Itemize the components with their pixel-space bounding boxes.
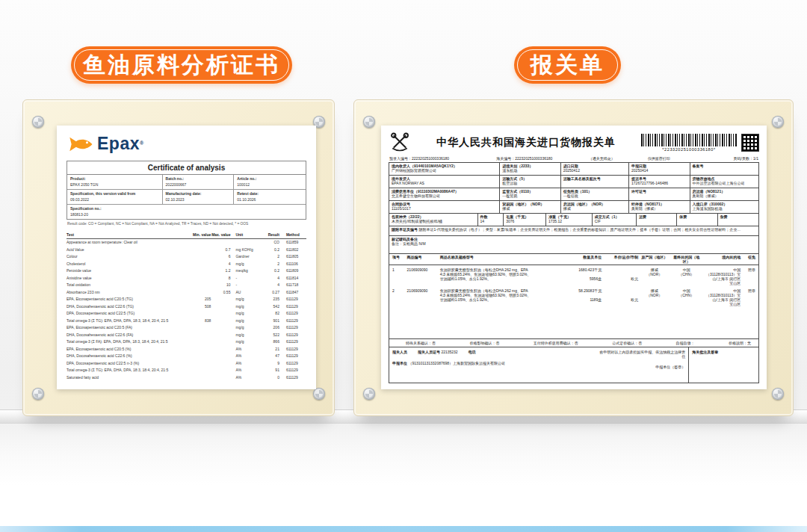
table-cell: Peroxide value bbox=[67, 267, 191, 275]
field-freight: 运费 bbox=[637, 214, 677, 226]
field-entry-port: 入境口岸（310002）上海浦东国际机场 bbox=[690, 201, 758, 214]
table-cell: 611814 bbox=[279, 275, 306, 282]
col-max: Max. value bbox=[211, 231, 230, 239]
table-cell: Total omega-3 (Σ TG): EPA, DHA, DPA, 18:… bbox=[67, 318, 191, 325]
table-cell bbox=[211, 338, 230, 346]
table-cell: 611129 bbox=[279, 324, 306, 332]
table-cell: 4 bbox=[211, 261, 230, 268]
table-cell: 8 bbox=[211, 275, 230, 282]
screw-icon bbox=[772, 388, 784, 400]
table-cell: 611129 bbox=[279, 332, 306, 339]
table-cell: Appearance at room temperature: Clear oi… bbox=[67, 239, 191, 247]
table-cell bbox=[191, 310, 211, 318]
field-declare-date: 申报日期20250414 bbox=[629, 163, 690, 176]
table-cell: mg/g bbox=[230, 318, 259, 325]
table-cell: 611129 bbox=[279, 346, 306, 353]
table-row: Total omega-3 (Σ TG): EPA, DHA, DPA, 18:… bbox=[67, 318, 306, 325]
goods-item-row: 2 2106909090 鱼油软胶囊无糖型鱼肝油（每粒含DHA 262 mg、E… bbox=[389, 288, 758, 307]
field-net-weight: 净重（千克）1735.12 bbox=[546, 214, 593, 226]
table-row: DHA, Docosahexaenoic acid C22:6 (TG)508m… bbox=[67, 303, 306, 311]
table-cell: 611809 bbox=[279, 267, 306, 275]
table-cell bbox=[191, 324, 211, 332]
table-cell bbox=[211, 296, 230, 303]
table-cell bbox=[191, 289, 211, 297]
table-cell: 9 bbox=[260, 360, 279, 368]
table-cell bbox=[211, 303, 230, 311]
declaration-statement: 兹申明对以上内容承担如实申报、依法纳税之法律责任 申报单位（签章） bbox=[596, 347, 689, 383]
table-cell: 866 bbox=[260, 338, 279, 346]
field-departure-port: 启运港（NO8121）奥斯陆（挪威） bbox=[690, 188, 758, 201]
bottom-blue-strip bbox=[0, 526, 807, 532]
table-cell: 0.2 bbox=[260, 247, 279, 254]
info-cell-batch: Batch no.: 2022000667 bbox=[163, 175, 235, 190]
table-cell: mg/g bbox=[230, 310, 259, 318]
table-row: DPA, Docosapentaenoic acid C22:5 n-3 (%)… bbox=[67, 360, 306, 368]
table-cell bbox=[191, 346, 211, 353]
table-cell: Total omega-3 (Σ TG): EPA, DHA, DPA, 18:… bbox=[67, 367, 191, 374]
field-trade-country: 贸易国（地区）（NOR）挪威 bbox=[500, 201, 561, 214]
table-cell: 611802 bbox=[279, 247, 306, 254]
table-cell: mg/g bbox=[230, 296, 259, 303]
table-cell bbox=[191, 247, 211, 254]
table-cell: mg/g bbox=[230, 338, 259, 346]
table-cell bbox=[191, 267, 211, 275]
table-header-row: Test Min. value Max. value Unit Result M… bbox=[67, 231, 306, 239]
barcode bbox=[641, 134, 737, 146]
table-cell: CO bbox=[260, 239, 279, 247]
screw-icon bbox=[363, 116, 375, 128]
table-cell: 21 bbox=[260, 346, 279, 353]
paperless-note: （通关无纸化） bbox=[589, 156, 648, 161]
table-cell: 508 bbox=[191, 303, 211, 311]
badge-customs-declaration: 报关单 bbox=[514, 46, 621, 84]
customs-number: 海关编号：222320251000336180 bbox=[496, 156, 589, 161]
screw-icon bbox=[313, 388, 325, 400]
field-entry-customs: 进境关别（2233）浦东机场 bbox=[500, 163, 561, 176]
table-cell bbox=[191, 239, 211, 247]
table-cell: 611129 bbox=[279, 374, 306, 382]
table-row: Total omega-3 (Σ TG): EPA, DHA, DPA, 18:… bbox=[67, 367, 306, 374]
table-cell: Saturated fatty acid bbox=[67, 374, 191, 382]
table-cell: 82 bbox=[260, 310, 279, 318]
table-cell: AU bbox=[230, 289, 259, 297]
goods-header-row: 项号 商品编号 商品名称及规格型号 数量及单位 单价/总价/币制 原产国（地区）… bbox=[389, 254, 758, 265]
table-cell: mg/g bbox=[230, 303, 259, 311]
field-misc-fees: 杂费 bbox=[718, 214, 758, 226]
field-marks-remarks: 标记唛码及备注备注：安检商品 N/M bbox=[389, 236, 758, 254]
table-cell: 611129 bbox=[279, 310, 306, 318]
field-trade-mode: 监管方式（0110）一般贸易 bbox=[500, 188, 561, 201]
badge-fish-oil-certificate: 鱼油原料分析证书 bbox=[71, 46, 292, 84]
table-cell: 0 bbox=[260, 374, 279, 382]
table-cell: 0.55 bbox=[211, 289, 230, 297]
field-departure-country: 启运国（地区）（NOR）挪威 bbox=[561, 201, 629, 214]
table-cell: 611847 bbox=[279, 289, 306, 297]
table-cell: 1.2 bbox=[211, 267, 230, 275]
table-row: EPA, Eicosapentaenoic acid C20:5 (FA)mg/… bbox=[67, 324, 306, 332]
table-cell: Gardner bbox=[230, 253, 259, 261]
table-cell: 235 bbox=[260, 296, 279, 303]
qr-code-icon bbox=[741, 134, 759, 152]
table-cell: 4 bbox=[260, 275, 279, 282]
table-row: Acid Value0.7mg KOH/g0.2611802 bbox=[67, 247, 306, 254]
table-cell: EPA, Eicosapentaenoic acid C20:5 (%) bbox=[67, 346, 191, 353]
table-cell: 611106 bbox=[279, 261, 306, 268]
table-cell: 611129 bbox=[279, 338, 306, 346]
table-row: DHA, Docosahexaenoic acid C22:6 (FA)mg/g… bbox=[67, 332, 306, 339]
table-cell bbox=[211, 239, 230, 247]
field-transit-port: 经停港（NO8171）奥斯陆（挪威） bbox=[629, 201, 690, 214]
customs-form-title: 中华人民共和国海关进口货物报关单 bbox=[415, 136, 637, 149]
table-cell: DPA, Docosapentaenoic acid C22:5 (TG) bbox=[67, 310, 191, 318]
table-cell: 4 bbox=[260, 282, 279, 289]
table-cell bbox=[211, 367, 230, 374]
col-min: Min. value bbox=[191, 231, 211, 239]
table-cell: - bbox=[230, 275, 259, 282]
field-shipper: 境外发货人EPAX NORWAY AS bbox=[389, 176, 500, 188]
info-cell-spec-no: Specification no.: 180813-20 bbox=[67, 205, 306, 219]
table-cell: Total omega-3 (Σ FA): EPA, DHA, DPA, 18:… bbox=[67, 338, 191, 346]
table-row: Absorbance 233 nm0.55AU0.27611847 bbox=[67, 289, 306, 297]
field-vehicle: 运输工具名称及航次号 bbox=[561, 176, 629, 188]
col-result: Result bbox=[260, 231, 279, 239]
table-cell bbox=[191, 275, 211, 282]
goods-name: 鱼油软胶囊无糖型鱼肝油（每粒含DHA 262 mg、EPA 4∶3 未精炼65.… bbox=[439, 267, 560, 285]
barcode-text: *223320251000336180* bbox=[641, 147, 737, 152]
table-cell bbox=[191, 253, 211, 261]
